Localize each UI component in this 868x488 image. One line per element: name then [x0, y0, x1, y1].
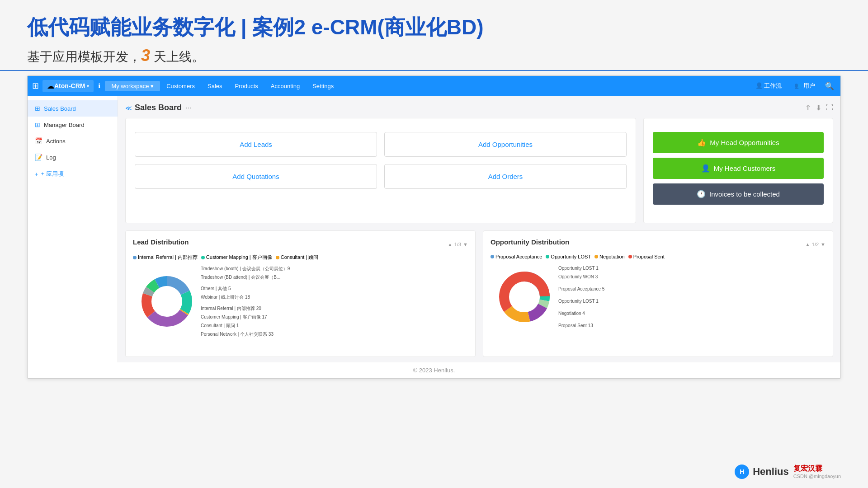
lead-chart-labels: Tradeshow (booth) | 会议会展（公司展位）9 Tradesho…	[201, 264, 468, 338]
lead-chart-title: Lead Distribution	[133, 238, 189, 246]
my-head-customers-button[interactable]: 👤 My Head Customers	[653, 158, 824, 179]
watermark-csdn: CSDN @mingdaoyun	[793, 474, 841, 479]
page-background: 低代码赋能业务数字化 | 案例2 e-CRM(商业化BD) 基于应用模板开发，3…	[0, 0, 868, 488]
users-button[interactable]: 👥 用户	[790, 80, 820, 91]
cloud-icon: ☁	[47, 82, 54, 90]
board-title: Sales Board	[135, 103, 182, 113]
manager-board-icon: ⊞	[35, 121, 40, 128]
opportunity-donut-svg	[495, 267, 554, 326]
brand-dropdown-icon: ▾	[87, 84, 89, 89]
subtitle-prefix: 基于应用模板开发，	[27, 50, 141, 64]
add-orders-button[interactable]: Add Orders	[384, 164, 627, 189]
nav-my-workspace[interactable]: My workspace ▾	[105, 81, 160, 91]
opportunity-chart-legend: Proposal Acceptance Opportunity LOST Neg…	[491, 254, 826, 259]
sales-board-icon: ⊞	[35, 105, 40, 112]
legend-dot	[546, 255, 549, 258]
opportunity-distribution-panel: Opportunity Distribution ▲ 1/2 ▼ Proposa…	[483, 230, 833, 357]
frame-footer: © 2023 Henlius.	[28, 362, 840, 378]
lead-chart-down-icon[interactable]: ▼	[463, 242, 468, 247]
opportunity-chart-labels: Opportunity LOST 1 Opportunity WON 3 Pro…	[558, 264, 826, 330]
page-subtitle: 基于应用模板开发，3 天上线。	[27, 46, 841, 66]
opportunity-chart-title: Opportunity Distribution	[491, 238, 569, 246]
lead-donut-svg	[137, 272, 196, 331]
legend-dot	[133, 256, 137, 259]
lead-chart-up-icon[interactable]: ▲	[448, 242, 453, 247]
board-title-actions: ⇧ ⬇ ⛶	[805, 103, 833, 112]
nav-bar: ⊞ ☁ Aton-CRM ▾ ℹ My workspace ▾ Customer…	[28, 76, 840, 96]
main-area: ≪ Sales Board ··· ⇧ ⬇ ⛶ Add Leads	[118, 96, 840, 362]
nav-customers[interactable]: Customers	[160, 81, 201, 91]
opportunity-chart-nav: ▲ 1/2 ▼	[805, 242, 826, 247]
person-icon: 👤	[701, 164, 710, 173]
sidebar-label-log: Log	[46, 154, 56, 161]
lead-chart-page: 1/3	[454, 242, 461, 247]
add-opportunities-button[interactable]: Add Opportunities	[384, 132, 627, 157]
my-head-opportunities-button[interactable]: 👍 My Head Opportunities	[653, 132, 824, 153]
sidebar-item-sales-board[interactable]: ⊞ Sales Board	[28, 100, 118, 117]
invoices-to-collect-label: Invoices to be collected	[709, 190, 780, 198]
add-quotations-button[interactable]: Add Quotations	[135, 164, 377, 189]
legend-consultant: Consultant | 顾问	[276, 254, 319, 261]
subtitle-suffix: 天上线。	[150, 50, 204, 64]
expand-icon[interactable]: ⛶	[826, 103, 833, 112]
board-title-bar: ≪ Sales Board ··· ⇧ ⬇ ⛶	[125, 103, 833, 113]
crm-frame: ⊞ ☁ Aton-CRM ▾ ℹ My workspace ▾ Customer…	[27, 75, 841, 379]
my-head-customers-label: My Head Customers	[714, 164, 776, 172]
sidebar-item-manager-board[interactable]: ⊞ Manager Board	[28, 117, 118, 133]
nav-settings[interactable]: Settings	[306, 81, 340, 91]
workflow-button[interactable]: 👤 工作流	[751, 80, 787, 91]
opportunity-chart-down-icon[interactable]: ▼	[821, 242, 826, 247]
charts-row: Lead Distribution ▲ 1/3 ▼ Internal Refer…	[125, 230, 833, 357]
watermark-logo: H	[735, 465, 749, 479]
nav-accounting[interactable]: Accounting	[264, 81, 306, 91]
brand-button[interactable]: ☁ Aton-CRM ▾	[42, 80, 94, 92]
legend-dot	[491, 255, 494, 258]
nav-products[interactable]: Products	[229, 81, 264, 91]
info-icon[interactable]: ℹ	[98, 82, 100, 89]
actions-icon: 📅	[35, 137, 42, 145]
lead-chart-area: Tradeshow (booth) | 会议会展（公司展位）9 Tradesho…	[133, 264, 468, 338]
dashboard-top-row: Add Leads Add Opportunities Add Quotatio…	[125, 118, 833, 223]
opportunity-chart-up-icon[interactable]: ▲	[805, 242, 810, 247]
nav-sales[interactable]: Sales	[201, 81, 229, 91]
page-title: 低代码赋能业务数字化 | 案例2 e-CRM(商业化BD)	[27, 14, 841, 42]
opportunity-chart-area: Opportunity LOST 1 Opportunity WON 3 Pro…	[491, 263, 826, 331]
lead-chart-legend: Internal Referral | 内部推荐 Customer Mappin…	[133, 254, 468, 261]
opportunity-donut-chart	[495, 267, 554, 326]
invoices-to-collect-button[interactable]: 🕐 Invoices to be collected	[653, 183, 824, 205]
add-leads-button[interactable]: Add Leads	[135, 132, 377, 157]
legend-opp-lost: Opportunity LOST	[546, 254, 591, 259]
watermark-sub: 复宏汉霖	[793, 464, 841, 474]
clock-icon: 🕐	[697, 190, 706, 198]
thumbs-up-icon: 👍	[697, 138, 706, 147]
grid-icon[interactable]: ⊞	[32, 81, 39, 91]
sidebar-label-actions: Actions	[46, 138, 66, 145]
lead-distribution-panel: Lead Distribution ▲ 1/3 ▼ Internal Refer…	[125, 230, 476, 357]
donut-hole	[157, 291, 177, 311]
sidebar-label-add: + 应用项	[41, 170, 64, 178]
download-icon[interactable]: ⬇	[816, 103, 821, 112]
legend-dot	[276, 256, 279, 259]
sidebar-item-actions[interactable]: 📅 Actions	[28, 133, 118, 149]
legend-negotiation: Negotiation	[594, 254, 625, 259]
lead-chart-nav: ▲ 1/3 ▼	[448, 242, 468, 247]
watermark: H Henlius 复宏汉霖 CSDN @mingdaoyun	[735, 464, 841, 479]
legend-proposal-acceptance: Proposal Acceptance	[491, 254, 542, 259]
share-icon[interactable]: ⇧	[805, 103, 811, 112]
search-icon[interactable]: 🔍	[823, 80, 836, 92]
legend-dot	[628, 255, 632, 258]
board-options-icon[interactable]: ···	[185, 104, 191, 112]
action-buttons-panel: Add Leads Add Opportunities Add Quotatio…	[125, 118, 636, 223]
nav-menu: My workspace ▾ Customers Sales Products …	[105, 81, 750, 91]
sidebar-item-log[interactable]: 📝 Log	[28, 149, 118, 165]
legend-dot	[594, 255, 598, 258]
my-head-opportunities-label: My Head Opportunities	[710, 139, 779, 146]
nav-right: 👤 工作流 👥 用户 🔍	[751, 80, 836, 92]
legend-internal-referral: Internal Referral | 内部推荐	[133, 254, 198, 261]
head-buttons-panel: 👍 My Head Opportunities 👤 My Head Custom…	[643, 118, 833, 223]
sidebar-add-app[interactable]: + + 应用项	[28, 165, 118, 183]
footer-text: © 2023 Henlius.	[413, 367, 455, 374]
board-back-icon[interactable]: ≪	[125, 104, 132, 112]
log-icon: 📝	[35, 154, 42, 161]
page-header: 低代码赋能业务数字化 | 案例2 e-CRM(商业化BD) 基于应用模板开发，3…	[0, 0, 868, 71]
